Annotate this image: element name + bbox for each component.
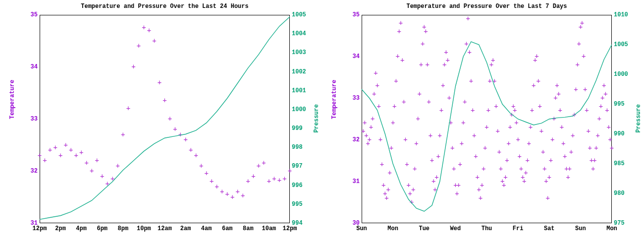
svg-text:+: +	[429, 131, 432, 139]
svg-text:+: +	[591, 165, 595, 173]
x-ticks: 12pm2pm4pm6pm8pm10pm12am2am4am6am8am10am…	[40, 225, 290, 235]
svg-text:+: +	[450, 144, 454, 152]
svg-text:+: +	[225, 190, 229, 198]
y-right-ticks: 9949959969979989991000100110021003100410…	[292, 15, 312, 223]
svg-text:+: +	[384, 194, 388, 202]
svg-text:+: +	[400, 56, 404, 64]
svg-text:+: +	[441, 81, 445, 89]
svg-text:+: +	[416, 115, 420, 123]
svg-text:+: +	[594, 144, 598, 152]
svg-text:+: +	[419, 61, 423, 68]
svg-text:+: +	[445, 56, 449, 64]
svg-text:+: +	[380, 160, 384, 168]
svg-text:+: +	[267, 177, 271, 185]
svg-text:+: +	[599, 102, 603, 110]
svg-text:+: +	[556, 90, 560, 98]
svg-text:+: +	[545, 194, 549, 202]
svg-text:+: +	[516, 135, 520, 143]
svg-text:+: +	[560, 123, 564, 131]
chart-title: Temperature and Pressure Over the Last 2…	[40, 3, 290, 10]
svg-text:+: +	[480, 181, 484, 189]
svg-text:+: +	[418, 90, 422, 98]
svg-text:+: +	[183, 135, 187, 143]
svg-text:+: +	[518, 152, 522, 160]
svg-text:+: +	[566, 173, 570, 181]
svg-text:+: +	[455, 189, 459, 197]
svg-text:+: +	[131, 62, 135, 70]
chart-title: Temperature and Pressure Over the Last 7…	[362, 3, 612, 10]
svg-text:+: +	[586, 127, 590, 135]
svg-text:+: +	[399, 19, 403, 27]
svg-text:+: +	[588, 144, 592, 152]
svg-text:+: +	[413, 165, 417, 173]
svg-text:+: +	[555, 81, 559, 89]
svg-text:+: +	[524, 169, 528, 177]
svg-text:+: +	[395, 52, 399, 60]
svg-text:+: +	[397, 27, 401, 35]
svg-text:+: +	[411, 186, 415, 193]
chart-7d: Temperature and Pressure Over the Last 7…	[322, 0, 644, 248]
svg-text:+: +	[483, 144, 487, 152]
svg-text:+: +	[389, 144, 393, 152]
svg-text:+: +	[508, 123, 512, 131]
svg-text:+: +	[577, 40, 581, 48]
svg-text:+: +	[572, 111, 576, 119]
svg-text:+: +	[479, 194, 483, 202]
svg-text:+: +	[427, 98, 430, 106]
svg-text:+: +	[574, 85, 578, 93]
svg-text:+: +	[152, 37, 156, 45]
svg-text:+: +	[461, 119, 465, 126]
svg-text:+: +	[95, 156, 99, 164]
y-left-ticks: 3132333435	[20, 15, 38, 223]
svg-text:+: +	[469, 77, 473, 85]
svg-text:+: +	[363, 119, 367, 126]
svg-text:+: +	[482, 165, 485, 173]
svg-text:+: +	[272, 175, 276, 183]
svg-text:+: +	[168, 115, 172, 123]
svg-text:+: +	[368, 135, 372, 143]
svg-text:+: +	[403, 135, 407, 143]
data-layer: ++++++++++++++++++++++++++++++++++++++++…	[362, 15, 612, 223]
svg-text:+: +	[575, 61, 579, 68]
svg-text:+: +	[79, 148, 83, 156]
svg-text:+: +	[602, 81, 606, 89]
svg-text:+: +	[405, 160, 409, 168]
svg-text:+: +	[608, 135, 612, 143]
svg-text:+: +	[126, 104, 130, 112]
svg-text:+: +	[571, 131, 575, 139]
svg-text:+: +	[438, 131, 442, 139]
svg-text:+: +	[53, 143, 57, 151]
svg-text:+: +	[189, 146, 193, 154]
svg-text:+: +	[430, 156, 434, 164]
svg-text:+: +	[375, 81, 379, 89]
svg-text:+: +	[472, 131, 476, 139]
svg-text:+: +	[137, 42, 141, 50]
svg-text:+: +	[514, 119, 518, 126]
svg-text:+: +	[58, 151, 62, 159]
svg-text:+: +	[535, 52, 538, 60]
svg-text:+: +	[376, 102, 380, 110]
svg-text:+: +	[38, 151, 42, 159]
svg-text:+: +	[532, 81, 536, 89]
svg-text:+: +	[536, 77, 540, 85]
svg-text:+: +	[90, 167, 94, 175]
svg-text:+: +	[497, 148, 501, 156]
svg-text:+: +	[580, 19, 584, 27]
svg-text:+: +	[474, 152, 478, 160]
svg-text:+: +	[369, 123, 373, 131]
svg-text:+: +	[414, 139, 418, 147]
svg-text:+: +	[444, 48, 448, 56]
svg-text:+: +	[494, 102, 498, 110]
svg-text:+: +	[381, 181, 385, 189]
svg-text:+: +	[392, 102, 396, 110]
svg-text:+: +	[158, 78, 161, 86]
svg-text:+: +	[210, 177, 214, 185]
svg-text:+: +	[595, 131, 599, 139]
svg-text:+: +	[173, 125, 177, 133]
svg-text:+: +	[391, 119, 395, 126]
svg-text:+: +	[236, 187, 240, 195]
svg-text:+: +	[456, 181, 460, 189]
svg-text:+: +	[378, 135, 382, 143]
svg-text:+: +	[282, 175, 286, 183]
svg-text:+: +	[538, 102, 542, 110]
